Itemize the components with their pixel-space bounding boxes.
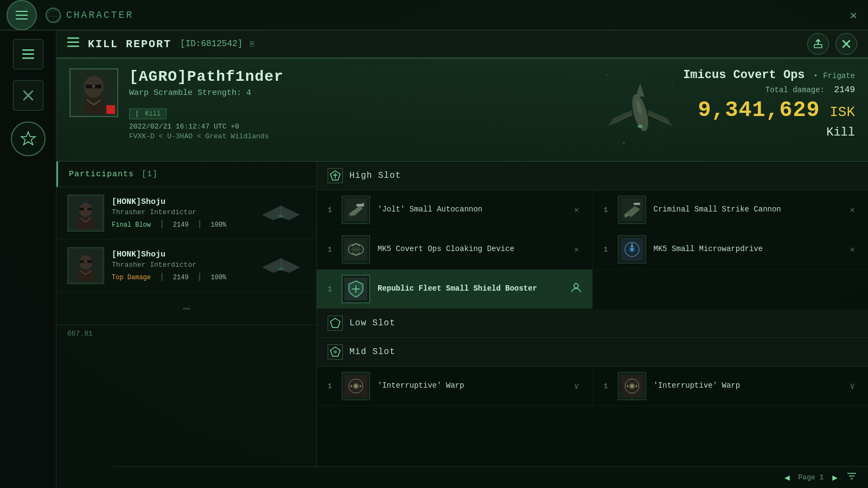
- svg-point-77: [354, 384, 358, 388]
- svg-rect-20: [86, 85, 92, 88]
- fit-name-shield-booster: Republic Fleet Small Shield Booster: [378, 284, 563, 294]
- participant-damage-1: 2149: [173, 221, 189, 229]
- ship-3d-display: [586, 64, 694, 156]
- hamburger-line1: [16, 11, 28, 12]
- bottom-stat: 667.81: [56, 325, 316, 342]
- participant-pct-1: 100%: [210, 221, 226, 229]
- sidebar-star-button[interactable]: [11, 121, 46, 156]
- panel-close-button[interactable]: [835, 33, 857, 55]
- fit-icon-warp-left: [342, 372, 370, 400]
- main-panel: KILL REPORT [ID:6812542] ⎘: [56, 30, 868, 488]
- fit-name-warp-left: 'Interruptive' Warp: [378, 381, 562, 391]
- fit-remove-cannon[interactable]: ✕: [845, 202, 859, 217]
- kr-menu-button[interactable]: [67, 37, 79, 51]
- participant-info-2: [HONK]Shoju Thrasher Interdictor Top Dam…: [112, 250, 249, 282]
- high-slot-icon: [328, 168, 343, 183]
- fit-person-icon: [571, 282, 582, 296]
- high-slot-left: 1 'Jolt' Small Autocannon ✕: [317, 190, 593, 309]
- isk-value: 9,341,629: [698, 98, 820, 123]
- fit-name-mwd: MK5 Small Microwarpdrive: [654, 244, 838, 255]
- fit-remove-warp-right[interactable]: ∨: [845, 378, 859, 394]
- victim-bar: [AGRO]Pathf1nder Warp Scramble Strength:…: [56, 59, 868, 162]
- low-slot-header: Low Slot: [317, 309, 868, 338]
- hamburger-line2: [16, 15, 28, 16]
- mid-slot-icon: [328, 344, 343, 359]
- participant-stats-2: Top Damage | 2149 | 100%: [112, 272, 249, 282]
- kill-report-id: [ID:6812542] ⎘: [180, 39, 254, 49]
- participants-title: Participants [1]: [69, 170, 158, 179]
- participant-damage-2: 2149: [173, 274, 189, 281]
- participant-item-2[interactable]: [HONK]Shoju Thrasher Interdictor Top Dam…: [56, 240, 316, 292]
- fit-remove-autocannon[interactable]: ✕: [570, 202, 584, 217]
- svg-point-51: [349, 213, 353, 216]
- damage-info: Imicus Covert Ops • Frigate Total damage…: [683, 68, 855, 139]
- fit-item-autocannon[interactable]: 1 'Jolt' Small Autocannon ✕: [317, 190, 592, 230]
- svg-rect-43: [87, 260, 92, 263]
- fit-qty-7: 1: [602, 382, 610, 390]
- participant-avatar-2: [67, 247, 104, 284]
- participant-ship-1: Thrasher Interdictor: [112, 208, 249, 216]
- ship-svg: [597, 67, 684, 153]
- top-close-button[interactable]: ✕: [850, 8, 857, 22]
- fit-icon-cannon: [618, 196, 646, 224]
- page-next-button[interactable]: ▶: [832, 472, 838, 483]
- participant-name-1: [HONK]Shoju: [112, 197, 249, 207]
- fit-item-warp-left[interactable]: 1: [317, 367, 592, 406]
- participant-ship-img-1: [257, 201, 305, 226]
- copy-icon[interactable]: ⎘: [250, 40, 254, 48]
- svg-rect-11: [67, 41, 79, 43]
- kill-type-badge: | Kill: [129, 108, 167, 119]
- fit-remove-warp-left[interactable]: ∨: [570, 378, 584, 394]
- bottom-stat-value: 667.81: [67, 330, 93, 338]
- svg-rect-5: [22, 54, 34, 55]
- fit-remove-cloak[interactable]: ✕: [570, 242, 584, 257]
- mid-slot-title: Mid Slot: [349, 347, 395, 357]
- svg-rect-35: [79, 208, 84, 210]
- fit-item-shield-booster[interactable]: 1 Republic Fleet Small Shield Booster: [317, 269, 592, 309]
- fit-icon-warp-right: [618, 372, 646, 400]
- svg-point-24: [672, 82, 673, 84]
- left-sidebar: [0, 30, 56, 488]
- fit-item-warp-right[interactable]: 1 'Interrupti: [593, 367, 869, 406]
- fit-item-cloak[interactable]: 1 MK5 Covert Ops Cloaking Devi: [317, 230, 592, 269]
- sidebar-close-button[interactable]: [13, 80, 43, 111]
- svg-point-26: [661, 131, 662, 132]
- participant-pct-2: 100%: [210, 274, 226, 281]
- kill-report-header: KILL REPORT [ID:6812542] ⎘: [56, 30, 868, 59]
- fit-qty-3: 1: [326, 285, 334, 293]
- export-button[interactable]: [807, 33, 829, 55]
- page-prev-button[interactable]: ◀: [784, 472, 790, 483]
- fit-name-autocannon: 'Jolt' Small Autocannon: [378, 204, 562, 215]
- fit-qty-5: 1: [602, 246, 610, 254]
- low-slot-icon: [328, 316, 343, 331]
- fit-icon-cloak: [342, 235, 370, 264]
- svg-marker-70: [330, 318, 340, 328]
- scroll-indicator: ⋯: [56, 292, 316, 325]
- fit-remove-mwd[interactable]: ✕: [845, 242, 859, 257]
- top-bar: CHARACTER ✕: [0, 0, 868, 30]
- filter-button[interactable]: [846, 471, 857, 484]
- fit-item-mwd[interactable]: 1 MK5 Small M: [593, 230, 869, 269]
- svg-point-69: [630, 248, 634, 251]
- svg-rect-10: [67, 37, 79, 39]
- kill-report-title: KILL REPORT: [88, 38, 171, 50]
- svg-point-38: [278, 215, 284, 218]
- final-blow-label: Final Blow: [112, 221, 151, 229]
- participant-info-1: [HONK]Shoju Thrasher Interdictor Final B…: [112, 197, 249, 229]
- fit-item-cannon[interactable]: 1 Criminal Small Strike Cannon ✕: [593, 190, 869, 230]
- character-icon: [46, 8, 61, 23]
- fit-icon-autocannon: [342, 196, 370, 224]
- svg-rect-12: [67, 46, 79, 47]
- svg-point-23: [607, 74, 608, 75]
- svg-point-72: [334, 350, 337, 354]
- svg-point-28: [637, 125, 643, 128]
- participant-item-1[interactable]: [HONK]Shoju Thrasher Interdictor Final B…: [56, 187, 316, 240]
- ship-type-dot: •: [813, 72, 818, 80]
- participant-name-2: [HONK]Shoju: [112, 250, 249, 259]
- high-slot-header: High Slot: [317, 162, 868, 190]
- hamburger-button[interactable]: [7, 0, 37, 30]
- participants-panel: Participants [1]: [56, 162, 317, 488]
- sidebar-menu-button[interactable]: [13, 39, 43, 69]
- total-damage-label: Total damage:: [765, 86, 825, 94]
- high-slot-items: 1 'Jolt' Small Autocannon ✕: [317, 190, 868, 309]
